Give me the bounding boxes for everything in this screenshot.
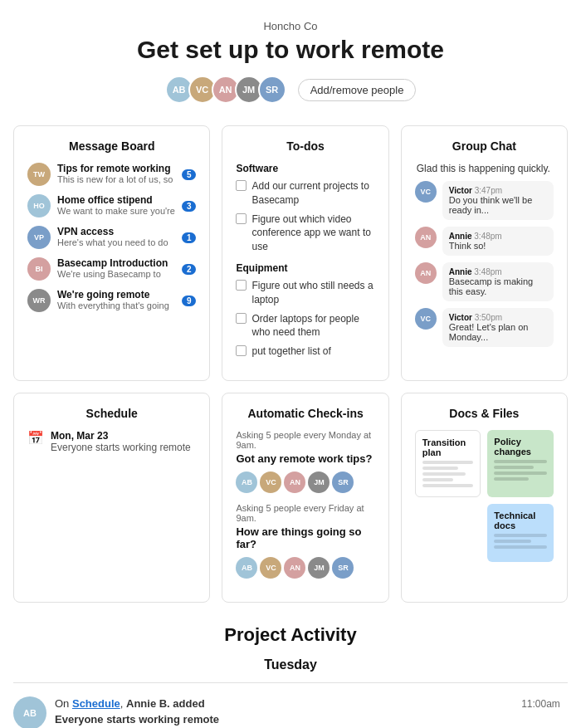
todo-checkbox[interactable] xyxy=(236,280,247,291)
avatar: SR xyxy=(258,76,286,104)
doc-item[interactable]: Technical docs xyxy=(487,504,554,562)
avatar: SR xyxy=(332,557,354,579)
docs-title: Docs & Files xyxy=(415,407,554,420)
avatar: WR xyxy=(27,289,51,312)
activity-left: AB On Schedule, Annie B. added Everyone … xyxy=(13,696,514,728)
avatar: AN xyxy=(284,471,305,493)
unread-badge: 3 xyxy=(182,201,197,212)
todo-checkbox[interactable] xyxy=(236,345,247,356)
add-remove-people-button[interactable]: Add/remove people xyxy=(298,79,417,101)
message-content: VPN access Here's what you need to do xyxy=(57,226,175,247)
todo-section-title: Equipment xyxy=(236,262,374,274)
doc-line xyxy=(422,467,458,470)
activity-event: AB On Schedule, Annie B. added Everyone … xyxy=(13,696,568,728)
todo-section-title: Software xyxy=(236,163,374,174)
activity-action: On Schedule, Annie B. added xyxy=(55,696,505,711)
chat-bubble: Annie 3:48pm Basecamp is making this eas… xyxy=(442,262,554,301)
doc-line xyxy=(422,461,474,464)
unread-badge: 9 xyxy=(182,296,197,306)
message-title: Tips for remote working xyxy=(57,163,175,174)
chat-message: VC Victor 3:50pm Great! Let's plan on Mo… xyxy=(415,308,554,347)
message-sub: We're using Basecamp to xyxy=(57,269,175,279)
page-header: Honcho Co Get set up to work remote AB V… xyxy=(0,0,581,117)
company-name: Honcho Co xyxy=(17,20,564,32)
avatar: JM xyxy=(308,557,330,579)
message-title: Basecamp Introduction xyxy=(57,257,175,269)
avatar: AB xyxy=(236,471,257,493)
activity-time: 11:00am xyxy=(514,696,568,710)
doc-title: Transition plan xyxy=(422,437,474,457)
doc-line xyxy=(494,466,534,469)
calendar-icon: 📅 xyxy=(27,430,44,446)
todo-checkbox[interactable] xyxy=(236,180,247,191)
docs-grid: Transition plan Policy changes xyxy=(415,430,554,562)
avatar-group: AB VC AN JM SR xyxy=(165,76,286,104)
doc-item[interactable]: Transition plan xyxy=(415,430,481,497)
chat-bubble: Victor 3:47pm Do you think we'll be read… xyxy=(442,181,554,220)
todo-item[interactable]: Order laptops for people who need them xyxy=(236,312,374,340)
schedule-date: Mon, Mar 23 xyxy=(51,430,191,442)
chat-text: Great! Let's plan on Monday... xyxy=(449,322,547,342)
chat-meta: Victor 3:47pm xyxy=(449,186,547,195)
list-item[interactable]: VP VPN access Here's what you need to do… xyxy=(27,226,196,249)
todo-item[interactable]: put together list of xyxy=(236,344,374,359)
todo-checkbox[interactable] xyxy=(236,213,247,224)
avatar: SR xyxy=(332,471,354,493)
todo-text: Figure out who still needs a laptop xyxy=(251,279,374,307)
doc-line xyxy=(494,534,547,537)
checkin-avatars: AB VC AN JM SR xyxy=(236,557,374,579)
chat-text: Do you think we'll be ready in... xyxy=(449,195,547,215)
list-item[interactable]: WR We're going remote With everything th… xyxy=(27,289,196,312)
checkin-asking: Asking 5 people every Monday at 9am. xyxy=(236,430,374,450)
message-title: Home office stipend xyxy=(57,194,175,206)
message-content: Home office stipend We want to make sure… xyxy=(57,194,175,216)
doc-lines xyxy=(422,461,474,487)
chat-message: VC Victor 3:47pm Do you think we'll be r… xyxy=(415,181,554,220)
cards-grid: Message Board TW Tips for remote working… xyxy=(0,117,581,616)
doc-line xyxy=(494,460,547,463)
doc-title: Technical docs xyxy=(494,511,547,530)
schedule-item[interactable]: 📅 Mon, Mar 23 Everyone starts working re… xyxy=(27,430,196,453)
doc-line xyxy=(422,484,474,487)
avatar: VP xyxy=(27,226,51,249)
message-content: We're going remote With everything that'… xyxy=(57,289,175,310)
schedule-content: Mon, Mar 23 Everyone starts working remo… xyxy=(51,430,191,453)
message-content: Tips for remote working This is new for … xyxy=(57,163,175,184)
list-item[interactable]: BI Basecamp Introduction We're using Bas… xyxy=(27,257,196,281)
chat-text: Think so! xyxy=(449,241,547,251)
message-sub: This is new for a lot of us, so xyxy=(57,174,175,184)
todo-item[interactable]: Add our current projects to Basecamp xyxy=(236,179,374,208)
todo-checkbox[interactable] xyxy=(236,313,247,324)
list-item[interactable]: TW Tips for remote working This is new f… xyxy=(27,163,196,186)
unread-badge: 5 xyxy=(182,169,197,180)
avatar: AB xyxy=(236,557,257,579)
checkin-question: How are things going so far? xyxy=(236,525,374,550)
chat-avatar: AN xyxy=(415,227,437,248)
todos-card: To-dos Software Add our current projects… xyxy=(222,125,388,381)
schedule-description: Everyone starts working remote xyxy=(51,442,191,453)
divider xyxy=(13,682,568,683)
todo-text: Figure out which video conference app we… xyxy=(251,213,374,254)
doc-line xyxy=(494,540,531,543)
schedule-title: Schedule xyxy=(27,407,196,420)
message-board-card: Message Board TW Tips for remote working… xyxy=(13,125,210,381)
doc-line xyxy=(494,545,547,549)
checkin-avatars: AB VC AN JM SR xyxy=(236,471,374,493)
todo-item[interactable]: Figure out which video conference app we… xyxy=(236,213,374,254)
chat-message: AN Annie 3:48pm Think so! xyxy=(415,227,554,256)
message-title: VPN access xyxy=(57,226,175,237)
list-item[interactable]: HO Home office stipend We want to make s… xyxy=(27,194,196,217)
activity-content: On Schedule, Annie B. added Everyone sta… xyxy=(55,696,505,728)
doc-item[interactable]: Policy changes xyxy=(487,430,554,497)
doc-line xyxy=(494,471,547,475)
chat-avatar: VC xyxy=(415,308,437,330)
todos-title: To-dos xyxy=(236,139,374,153)
activity-link[interactable]: Schedule xyxy=(72,697,120,710)
todo-item[interactable]: Figure out who still needs a laptop xyxy=(236,279,374,307)
doc-lines xyxy=(494,460,547,481)
doc-line xyxy=(494,477,528,481)
avatar: TW xyxy=(27,163,51,186)
avatar: AN xyxy=(284,557,305,579)
chat-bubble: Annie 3:48pm Think so! xyxy=(442,227,554,256)
checkins-title: Automatic Check-ins xyxy=(236,407,374,420)
